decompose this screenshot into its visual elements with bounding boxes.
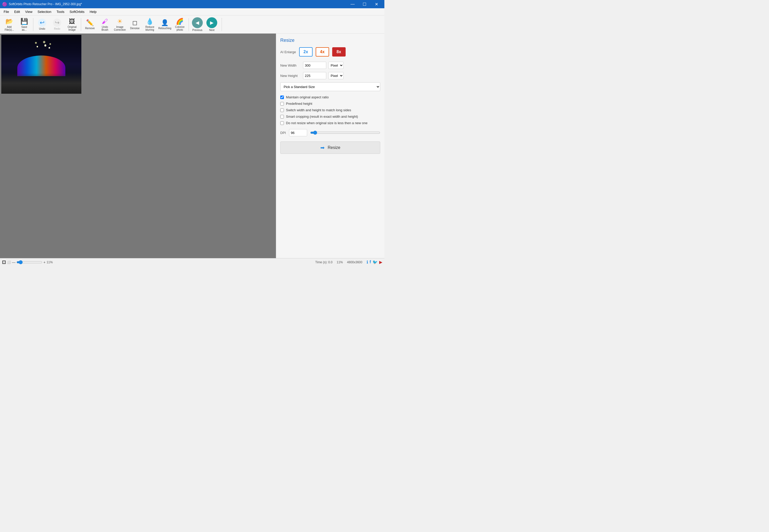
no-resize-checkbox[interactable] <box>280 121 284 125</box>
zoom-out-button[interactable]: — <box>12 260 15 264</box>
predefined-height-label: Predefined height <box>286 102 312 106</box>
reduce-blurring-icon: 💧 <box>146 18 154 25</box>
dimensions-status: 4800x3600 <box>347 260 362 264</box>
zoom-in-button[interactable]: + <box>43 260 45 264</box>
redo-button[interactable]: ↪ Redo <box>50 17 64 32</box>
menu-tools[interactable]: Tools <box>54 9 67 15</box>
youtube-icon[interactable]: ▶ <box>379 260 382 265</box>
reduce-blurring-label: Reduce blurring <box>145 26 154 31</box>
title-bar-text: SoftOrbits Photo Retoucher Pro - IMG_295… <box>9 2 347 6</box>
switch-width-height-checkbox[interactable] <box>280 108 284 112</box>
standard-size-select[interactable]: Pick a Standard Size <box>280 82 380 91</box>
zoom-icon-button[interactable]: 🔲 <box>2 260 6 264</box>
original-image-button[interactable]: 🖼 Original Image <box>65 17 79 32</box>
add-files-button[interactable]: 📂 Add File(s)... <box>2 17 17 32</box>
menu-selection[interactable]: Selection <box>35 9 54 15</box>
colorize-photo-icon: 🌈 <box>176 18 184 25</box>
colorize-photo-label: Colorize photo <box>175 26 185 31</box>
original-image-icon: 🖼 <box>69 18 75 25</box>
dpi-label: DPI <box>280 131 286 135</box>
night-scene-bg <box>1 35 81 94</box>
switch-width-height-label: Switch width and height to match long si… <box>286 108 351 112</box>
redo-icon: ↪ <box>53 19 61 27</box>
ai-enlarge-row: AI Enlarge 2x 4x 8x <box>280 47 380 57</box>
enlarge-8x-button[interactable]: 8x <box>332 47 345 57</box>
original-image-label: Original Image <box>68 26 76 31</box>
new-width-unit-select[interactable]: Pixel <box>328 62 343 69</box>
add-files-icon: 📂 <box>5 18 13 25</box>
dpi-input[interactable] <box>289 129 307 136</box>
undo-icon: ↩ <box>38 19 46 27</box>
reduce-blurring-button[interactable]: 💧 Reduce blurring <box>143 17 157 32</box>
enlarge-4x-button[interactable]: 4x <box>316 47 329 57</box>
separator-2 <box>81 18 81 31</box>
next-label: Next <box>209 29 215 31</box>
canvas-area <box>0 34 276 258</box>
undo-brush-button[interactable]: 🖌 Undo Brush <box>98 17 112 32</box>
save-as-label: Save as... <box>21 26 27 31</box>
save-as-button[interactable]: 💾 Save as... <box>17 17 32 32</box>
retouching-button[interactable]: 👤 Retouching <box>158 17 172 32</box>
zoom-percent-status: 11% <box>336 260 343 264</box>
minimize-button[interactable]: — <box>347 0 358 8</box>
add-files-label: Add File(s)... <box>5 26 14 31</box>
menu-help[interactable]: Help <box>87 9 99 15</box>
no-resize-label: Do not resize when original size is less… <box>286 121 367 125</box>
enlarge-2x-button[interactable]: 2x <box>299 47 312 57</box>
save-icon: 💾 <box>20 18 28 25</box>
smart-cropping-checkbox[interactable] <box>280 115 284 118</box>
separator-1 <box>33 18 33 31</box>
title-bar-controls: — ☐ ✕ <box>347 0 382 8</box>
undo-brush-icon: 🖌 <box>102 18 108 25</box>
no-resize-row: Do not resize when original size is less… <box>280 121 380 125</box>
light-2 <box>43 41 45 43</box>
zoom-controls: 🔲 ⬜ — + 11% <box>2 260 53 264</box>
image-correction-button[interactable]: ☀ Image Correction <box>113 17 127 32</box>
remove-label: Remove <box>85 27 95 30</box>
colorize-photo-button[interactable]: 🌈 Colorize photo <box>172 17 187 32</box>
new-width-input[interactable] <box>303 62 326 69</box>
undo-button[interactable]: ↩ Undo <box>35 17 49 32</box>
predefined-height-row: Predefined height <box>280 102 380 106</box>
new-height-input[interactable] <box>303 72 326 79</box>
app-icon: 🟣 <box>2 2 7 7</box>
menu-edit[interactable]: Edit <box>12 9 22 15</box>
denoise-button[interactable]: ◻ Denoise <box>128 17 142 32</box>
resize-button[interactable]: ➡ Resize <box>280 141 380 154</box>
menu-view[interactable]: View <box>22 9 35 15</box>
maximize-button[interactable]: ☐ <box>358 0 370 8</box>
denoise-label: Denoise <box>130 27 140 30</box>
facebook-icon[interactable]: f <box>369 260 371 265</box>
resize-arrow-icon: ➡ <box>320 145 325 151</box>
zoom-icon2-button[interactable]: ⬜ <box>7 260 11 264</box>
twitter-icon[interactable]: 🐦 <box>372 260 377 265</box>
resize-button-label: Resize <box>328 145 340 150</box>
menu-file[interactable]: File <box>1 9 12 15</box>
next-button[interactable]: ▶ <box>206 17 217 28</box>
info-icon[interactable]: ℹ <box>366 260 368 265</box>
zoom-slider[interactable] <box>17 260 42 264</box>
smart-cropping-label: Smart cropping (result in exact width an… <box>286 115 358 118</box>
denoise-icon: ◻ <box>132 19 137 26</box>
maintain-aspect-row: Maintain original aspect ratio <box>280 95 380 99</box>
close-button[interactable]: ✕ <box>370 0 382 8</box>
canvas-image <box>1 35 81 94</box>
social-icons: ℹ f 🐦 ▶ <box>366 260 382 265</box>
predefined-height-checkbox[interactable] <box>280 102 284 106</box>
panel-title: Resize <box>280 38 380 43</box>
time-label: Time (s): 0.0 <box>315 260 332 264</box>
menu-softorbits[interactable]: SoftOrbits <box>67 9 87 15</box>
maintain-aspect-checkbox[interactable] <box>280 96 284 99</box>
menu-bar: File Edit View Selection Tools SoftOrbit… <box>0 8 384 15</box>
previous-button[interactable]: ◀ <box>192 17 203 28</box>
right-panel: Resize AI Enlarge 2x 4x 8x New Width Pix… <box>276 34 384 258</box>
undo-label: Undo <box>39 27 45 30</box>
maintain-aspect-label: Maintain original aspect ratio <box>286 95 328 99</box>
new-height-unit-select[interactable]: Pixel <box>328 72 343 79</box>
remove-icon: ✏️ <box>86 19 94 26</box>
image-correction-icon: ☀ <box>117 18 123 25</box>
dpi-slider[interactable] <box>310 131 380 135</box>
remove-button[interactable]: ✏️ Remove <box>83 17 97 32</box>
image-correction-label: Image Correction <box>114 26 126 31</box>
smart-cropping-row: Smart cropping (result in exact width an… <box>280 115 380 118</box>
